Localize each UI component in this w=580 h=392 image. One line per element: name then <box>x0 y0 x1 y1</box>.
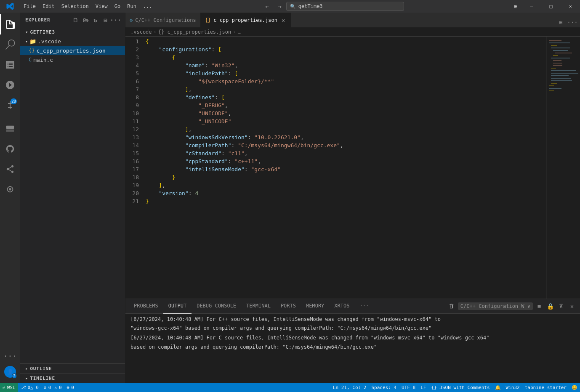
status-spaces[interactable]: Spaces: 4 <box>369 383 399 392</box>
status-port[interactable]: ⊕ 0 <box>64 383 77 392</box>
status-feedback[interactable]: 😊 <box>569 383 580 392</box>
minimize-button[interactable]: ─ <box>522 0 541 13</box>
status-remote[interactable]: ⇌ WSL <box>0 383 18 392</box>
sidebar-item-source-control[interactable] <box>0 55 20 75</box>
layout-toggle-button[interactable]: ⊞ <box>509 0 522 13</box>
collapse-button[interactable]: ⊟ <box>101 16 110 24</box>
svg-rect-10 <box>551 58 570 58</box>
tree-item-vscode[interactable]: ▾ 📁 .vscode <box>20 37 125 46</box>
sidebar-item-gitlens[interactable] <box>0 179 20 199</box>
panel-lock-button[interactable]: 🔒 <box>545 302 555 311</box>
panel-tabs: PROBLEMS OUTPUT DEBUG CONSOLE TERMINAL P… <box>125 299 580 314</box>
sidebar-item-remote[interactable] <box>0 119 20 139</box>
menu-file[interactable]: File <box>20 0 39 13</box>
sidebar-item-extensions[interactable]: 28 <box>0 95 20 115</box>
tab-cpp-configurations[interactable]: ⚙ C/C++ Configurations <box>125 13 201 27</box>
vscode-folder-name: .vscode <box>38 38 61 45</box>
status-tabnine[interactable]: tabnine starter <box>522 383 569 392</box>
avatar[interactable]: 👤 2 <box>4 366 16 378</box>
nav-back-button[interactable]: ← <box>261 0 274 13</box>
folder-section: ▾ GETTIME3 ▾ 📁 .vscode {} c_cpp_properti… <box>20 27 125 64</box>
maximize-button[interactable]: □ <box>541 0 561 13</box>
new-file-button[interactable]: 🗋 <box>71 16 80 24</box>
sidebar-item-explorer[interactable] <box>0 14 20 34</box>
status-encoding[interactable]: UTF-8 <box>399 383 418 392</box>
sidebar-item-liveshare[interactable] <box>0 159 20 179</box>
menu-go[interactable]: Go <box>111 0 124 13</box>
panel-maximize-button[interactable]: ⊼ <box>556 302 566 311</box>
timeline-title[interactable]: ▸ TIMELINE <box>20 373 125 383</box>
status-line-ending[interactable]: LF <box>418 383 428 392</box>
activity-bar-bottom: ··· 👤 2 <box>0 346 20 383</box>
outline-title[interactable]: ▸ OUTLINE <box>20 364 125 373</box>
code-line-7: ], <box>146 85 546 93</box>
panel-tab-xrtos[interactable]: XRTOS <box>329 299 354 314</box>
status-notifications[interactable]: 🔔 <box>492 383 503 392</box>
menu-edit[interactable]: Edit <box>39 0 58 13</box>
vscode-folder-icon: 📁 <box>29 38 36 45</box>
panel-tab-terminal[interactable]: TERMINAL <box>241 299 276 314</box>
sidebar-title: EXPLORER <box>25 17 50 23</box>
menu-selection[interactable]: Selection <box>58 0 92 13</box>
code-line-19: ], <box>146 181 546 189</box>
panel-tab-more[interactable]: ··· <box>354 299 374 314</box>
svg-point-2 <box>9 188 11 191</box>
window-controls: ─ □ ✕ <box>522 0 580 13</box>
new-folder-button[interactable]: 🗁 <box>81 16 90 24</box>
panel-tab-output[interactable]: OUTPUT <box>163 299 192 314</box>
status-cursor[interactable]: Ln 21, Col 2 <box>330 383 369 392</box>
breadcrumb-vscode[interactable]: .vscode <box>130 29 152 35</box>
svg-rect-17 <box>551 75 569 76</box>
status-language[interactable]: {} JSON with Comments <box>428 383 492 392</box>
code-editor[interactable]: 12345 678910 1112131415 1617181920 21 { … <box>125 37 580 299</box>
breadcrumb-file[interactable]: {} c_cpp_properties.json <box>158 29 231 35</box>
menu-run[interactable]: Run <box>124 0 140 13</box>
breadcrumb-more[interactable]: … <box>237 29 240 35</box>
sidebar-item-more-tools[interactable]: ··· <box>0 346 20 366</box>
code-line-20: "version": 4 <box>146 189 546 197</box>
panel-content[interactable]: [6/27/2024, 10:40:48 AM] For C++ source … <box>125 314 580 383</box>
vscode-folder-chevron-icon: ▾ <box>25 39 28 44</box>
folder-gettime3[interactable]: ▾ GETTIME3 <box>20 27 125 37</box>
tree-item-c-cpp-properties[interactable]: {} c_cpp_properties.json <box>20 46 125 55</box>
sidebar-item-github[interactable] <box>0 139 20 159</box>
panel-tab-problems[interactable]: PROBLEMS <box>129 299 163 314</box>
nav-forward-button[interactable]: → <box>274 0 286 13</box>
tab-close-button[interactable]: ✕ <box>280 17 287 24</box>
panel-close-button[interactable]: ✕ <box>567 302 577 311</box>
refresh-button[interactable]: ↻ <box>91 16 100 24</box>
status-errors-warnings[interactable]: ⊗ 0 ⚠ 0 <box>41 383 64 392</box>
code-line-3: { <box>146 53 546 61</box>
line-ending-label: LF <box>420 385 426 390</box>
panel-tab-memory[interactable]: MEMORY <box>301 299 329 314</box>
panel-list-view-button[interactable]: ≡ <box>535 302 544 311</box>
status-win32[interactable]: Win32 <box>503 383 522 392</box>
menu-more[interactable]: ... <box>140 0 156 13</box>
timeline-chevron-icon: ▸ <box>25 376 28 381</box>
log-line-4: based on compiler args and querying comp… <box>130 343 575 351</box>
code-content[interactable]: { "configurations": [ { "name": "Win32",… <box>142 37 546 299</box>
c-cpp-properties-filename: c_cpp_properties.json <box>36 48 105 54</box>
code-line-1: { <box>146 37 546 45</box>
sidebar: EXPLORER 🗋 🗁 ↻ ⊟ ··· ▾ GETTIME3 ▾ 📁 .vsc… <box>20 13 125 383</box>
tree-item-mainc[interactable]: C main.c <box>20 55 125 64</box>
sidebar-item-run-debug[interactable] <box>0 75 20 95</box>
output-source-selector[interactable]: C/C++ Configuration W ∨ <box>458 302 533 310</box>
split-editor-button[interactable]: ⊞ <box>556 17 566 27</box>
panel-tab-debug-console[interactable]: DEBUG CONSOLE <box>192 299 241 314</box>
clear-output-button[interactable] <box>447 302 456 311</box>
sidebar-item-search[interactable] <box>0 34 20 55</box>
status-git-branch[interactable]: ⎇ 0△ 0 <box>18 383 42 392</box>
tab-c-cpp-properties[interactable]: {} c_cpp_properties.json ✕ <box>201 13 291 27</box>
sidebar-more-button[interactable]: ··· <box>112 16 120 24</box>
editor-more-button[interactable]: ··· <box>567 17 577 27</box>
panel-tab-ports[interactable]: PORTS <box>276 299 301 314</box>
outline-chevron-icon: ▸ <box>25 366 28 371</box>
close-button[interactable]: ✕ <box>561 0 580 13</box>
menu-view[interactable]: View <box>92 0 111 13</box>
code-line-4: "name": "Win32", <box>146 61 546 69</box>
titlebar-search[interactable]: 🔍 getTime3 <box>286 2 404 11</box>
code-line-17: "intelliSenseMode": "gcc-x64" <box>146 165 546 173</box>
errors-count: 0 <box>48 385 51 390</box>
svg-rect-12 <box>553 63 562 64</box>
